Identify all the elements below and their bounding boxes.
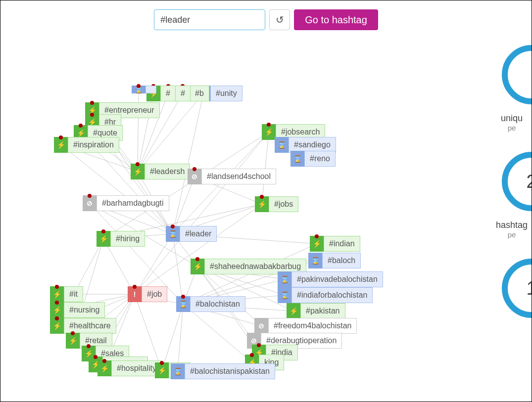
stat-label: uniqu (501, 113, 523, 124)
alert-icon: ! (128, 286, 142, 302)
block-icon: ⊘ (254, 318, 268, 334)
hashtag-node[interactable]: ⊘#barhamdagbugti (83, 195, 169, 211)
refresh-button[interactable]: ↺ (269, 9, 290, 30)
hashtag-node[interactable]: ⚡#nursing (50, 302, 105, 318)
hashtag-label: #jobs (269, 196, 298, 212)
hashtag-node[interactable]: ⌛#reno (290, 151, 336, 167)
stats-sidebar: uniqu pe 2 hashtag pe 1 (492, 45, 532, 318)
search-bar: ↺ Go to hashtag (0, 9, 532, 30)
bolt-icon: ⚡ (97, 360, 111, 376)
block-icon: ⊘ (188, 169, 201, 184)
stat-third: 1 (492, 259, 532, 318)
hashtag-node[interactable]: ⌛#indiaforbalochistan (278, 287, 373, 303)
hourglass-icon: ⌛ (171, 363, 185, 379)
hashtag-label: #hospitality (111, 360, 162, 376)
block-icon: ⊘ (83, 195, 97, 211)
hashtag-node[interactable]: ⚡#hospitality (97, 360, 162, 376)
hashtag-node[interactable]: ⊘#landsend4school (188, 169, 276, 184)
bolt-icon: ⚡ (191, 259, 204, 274)
hashtag-node[interactable]: ⌛#balochistan (176, 296, 245, 312)
hourglass-icon: ⌛ (166, 226, 180, 242)
hashtag-label: #leader (180, 226, 217, 242)
hashtag-node[interactable]: ⚡#healthcare (50, 318, 116, 334)
hashtag-label: #indian (324, 236, 360, 252)
bolt-icon: ⚡ (50, 302, 64, 318)
bolt-icon: ⚡ (310, 236, 324, 252)
hashtag-label (145, 86, 156, 93)
stat-ring (502, 45, 532, 104)
hashtag-node[interactable]: ⌛#baloch (308, 253, 361, 268)
hourglass-icon: ⌛ (275, 137, 289, 153)
hashtag-node[interactable]: ⌛#pakinvadebalochistan (278, 271, 383, 287)
hashtag-node[interactable]: ⚡#indian (310, 236, 360, 252)
hashtag-label: #balochistan (190, 296, 245, 312)
hashtag-label: #b (190, 86, 209, 101)
stat-hashtag: 2 hashtag pe (492, 152, 532, 239)
bolt-icon: ⚡ (262, 124, 276, 140)
hashtag-label: #inspiration (68, 137, 119, 153)
hashtag-label: #reno (304, 151, 336, 167)
stat-ring: 1 (502, 259, 532, 318)
hashtag-label: #balochistanispakistan (185, 363, 275, 379)
hashtag-label: #baloch (322, 253, 361, 268)
stat-label: hashtag (496, 220, 528, 230)
hashtag-node[interactable]: ⚡#inspiration (54, 137, 119, 153)
hashtag-node[interactable]: ⚡#leadersh (131, 164, 190, 179)
hourglass-icon: ⌛ (290, 151, 304, 167)
hashtag-node[interactable]: !#job (128, 286, 167, 302)
graph-nodes: ⌛#unity⚡#b⚡#⚡#⌛⚡#entrepreneur⚡#hr⚡#quote… (0, 0, 532, 402)
hashtag-node[interactable]: ⚡#it (50, 286, 83, 302)
hashtag-label: #leadersh (145, 164, 190, 179)
stat-unique: uniqu pe (492, 45, 532, 132)
hashtag-label: #it (64, 286, 83, 302)
hashtag-label: #pakinvadebalochistan (291, 271, 383, 287)
hashtag-label: #nursing (64, 302, 105, 318)
hashtag-node[interactable]: ⌛#leader (166, 226, 217, 242)
hashtag-node[interactable]: ⚡#hiring (97, 231, 145, 247)
bolt-icon: ⚡ (66, 333, 80, 349)
hashtag-label: #barhamdagbugti (97, 195, 169, 211)
hourglass-icon: ⌛ (308, 253, 322, 268)
hashtag-label: #indiaforbalochistan (291, 287, 373, 303)
hashtag-node[interactable]: ⊘#freedom4balochistan (254, 318, 357, 334)
stat-sub: pe (508, 230, 516, 239)
hourglass-icon: ⌛ (176, 296, 190, 312)
stat-sub: pe (508, 124, 516, 132)
bolt-icon: ⚡ (287, 303, 300, 319)
hashtag-label: # (175, 86, 191, 101)
hashtag-label: #pakistan (300, 303, 345, 319)
hashtag-node[interactable]: ⌛#balochistanispakistan (171, 363, 275, 379)
hashtag-label: #landsend4school (201, 169, 276, 184)
hashtag-node[interactable]: ⌛ (132, 86, 156, 93)
hashtag-label: # (160, 86, 176, 101)
bolt-icon: ⚡ (131, 164, 145, 179)
hashtag-node[interactable]: ⚡#jobs (255, 196, 298, 212)
hashtag-label: #hiring (110, 231, 145, 247)
bolt-icon: ⚡ (155, 362, 169, 378)
go-to-hashtag-button[interactable]: Go to hashtag (294, 9, 378, 30)
stat-ring: 2 (502, 152, 532, 211)
bolt-icon: ⚡ (255, 196, 269, 212)
hourglass-icon: ⌛ (278, 287, 291, 303)
hashtag-label: #freedom4balochistan (268, 318, 357, 334)
hourglass-icon: ⌛ (132, 86, 145, 93)
bolt-icon: ⚡ (97, 231, 110, 247)
bolt-icon: ⚡ (54, 137, 68, 153)
undo-icon: ↺ (276, 14, 284, 26)
hashtag-label: #job (142, 286, 167, 302)
hashtag-label: #unity (210, 86, 242, 101)
hashtag-node[interactable]: ⚡#pakistan (287, 303, 345, 319)
bolt-icon: ⚡ (50, 286, 64, 302)
hourglass-icon: ⌛ (278, 271, 291, 287)
bolt-icon: ⚡ (50, 318, 64, 334)
hashtag-input[interactable] (154, 9, 265, 30)
